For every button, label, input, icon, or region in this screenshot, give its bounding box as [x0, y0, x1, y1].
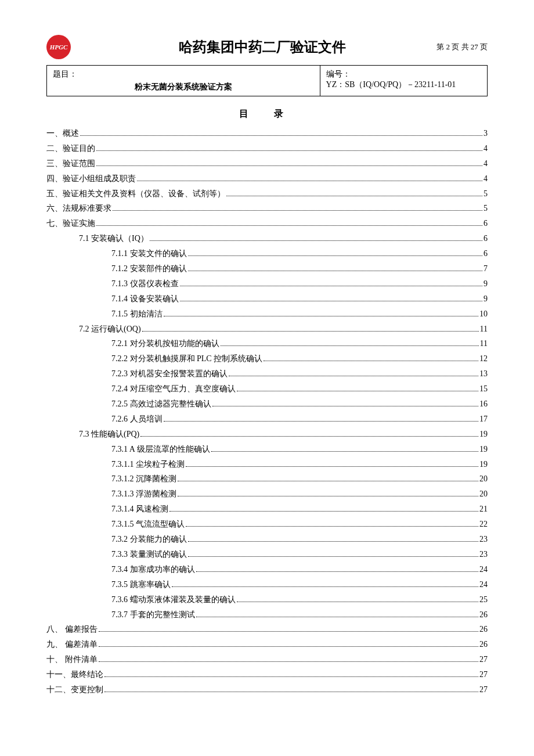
toc-entry-page: 5 [484, 201, 488, 216]
toc-entry: 7.2 运行确认(OQ)11 [46, 322, 488, 337]
toc-leader [137, 181, 482, 181]
toc-leader [169, 511, 478, 512]
toc-leader [113, 210, 482, 211]
number-label: 编号： [326, 69, 481, 80]
toc-entry: 7.3.7 手套的完整性测试26 [46, 607, 488, 622]
toc-entry-page: 23 [479, 547, 488, 562]
toc-entry-label: 八、 偏差报告 [46, 622, 98, 637]
toc-entry-page: 16 [479, 397, 488, 412]
toc-entry-label: 7.3.1.4 风速检测 [46, 502, 168, 517]
toc-entry: 7.3.5 跳塞率确认24 [46, 577, 488, 592]
toc-entry-label: 7.3.1 A 级层流罩的性能确认 [46, 442, 210, 457]
toc-entry-page: 19 [479, 457, 488, 472]
toc-entry: 7.3.1.2 沉降菌检测20 [46, 471, 488, 487]
toc-leader [99, 661, 479, 662]
toc-entry-page: 26 [479, 637, 488, 652]
toc-leader [164, 316, 479, 316]
toc-entry: 十、 附件清单27 [46, 652, 488, 667]
topic-label: 题目： [53, 69, 314, 80]
toc-entry-page: 7 [484, 261, 488, 276]
toc-entry-label: 7.3.6 蠕动泵液体灌装及装量的确认 [46, 592, 236, 607]
toc-entry-page: 10 [479, 307, 488, 322]
toc-entry-page: 26 [479, 622, 488, 637]
toc-entry-label: 7.3 性能确认(PQ) [46, 427, 139, 442]
toc-entry: 7.2.3 对机器安全报警装置的确认13 [46, 366, 488, 381]
toc-entry-page: 13 [479, 366, 488, 381]
toc-entry: 7.3.4 加塞成功率的确认24 [46, 562, 488, 577]
toc-leader [164, 421, 479, 422]
toc-entry-label: 十一、最终结论 [46, 667, 103, 682]
page-number: 第 2 页 共 27 页 [436, 42, 488, 52]
toc-leader [188, 541, 479, 542]
toc-entry: 四、验证小组组成及职责4 [46, 171, 488, 186]
toc-entry-page: 11 [480, 322, 488, 337]
toc-entry-label: 7.2.2 对分装机触摸屏和 PLC 控制系统确认 [46, 351, 262, 366]
toc-leader [186, 526, 478, 527]
toc-entry: 7.3.3 装量测试的确认23 [46, 547, 488, 562]
toc-leader [188, 556, 479, 557]
toc-entry-label: 7.1.5 初始清洁 [46, 307, 163, 322]
toc-entry-page: 5 [484, 186, 488, 201]
toc-entry: 八、 偏差报告26 [46, 622, 488, 637]
document-header: HPGC 哈药集团中药二厂验证文件 第 2 页 共 27 页 [46, 35, 488, 59]
toc-entry-label: 一、概述 [46, 126, 79, 141]
toc-entry-page: 22 [479, 517, 488, 532]
toc-entry-label: 7.3.7 手套的完整性测试 [46, 607, 195, 622]
toc-leader [99, 631, 479, 632]
toc-entry-label: 7.2.3 对机器安全报警装置的确认 [46, 366, 228, 381]
toc-leader [104, 692, 478, 692]
toc-entry: 七、验证实施6 [46, 216, 488, 231]
toc-entry-page: 19 [479, 442, 488, 457]
toc-entry-page: 4 [484, 156, 488, 171]
toc-entry-label: 7.1.3 仪器仪表检查 [46, 276, 179, 291]
toc-entry-label: 五、验证相关文件及资料（仪器、设备、试剂等） [46, 186, 225, 201]
toc-entry-label: 7.3.3 装量测试的确认 [46, 547, 187, 562]
toc-entry-page: 4 [484, 141, 488, 156]
toc-entry-label: 七、验证实施 [46, 216, 95, 231]
toc-entry-page: 20 [479, 487, 488, 502]
toc-leader [99, 646, 479, 647]
toc-entry-page: 23 [479, 532, 488, 547]
toc-entry-page: 24 [479, 562, 488, 577]
toc-leader [96, 225, 482, 226]
toc-entry-page: 27 [479, 652, 488, 667]
subject-title: 粉末无菌分装系统验证方案 [53, 80, 314, 92]
toc-entry-label: 7.2.5 高效过滤器完整性确认 [46, 397, 211, 412]
toc-leader [180, 301, 483, 301]
toc-entry-label: 四、验证小组组成及职责 [46, 171, 136, 186]
toc-leader [140, 436, 478, 437]
toc-entry-page: 19 [479, 427, 488, 442]
toc-leader [212, 406, 479, 406]
toc-entry-label: 7.3.1.2 沉降菌检测 [46, 471, 176, 487]
toc-entry: 二、验证目的4 [46, 141, 488, 156]
toc-entry-label: 7.3.1.1 尘埃粒子检测 [46, 457, 185, 472]
toc-entry-label: 7.3.1.3 浮游菌检测 [46, 487, 176, 502]
toc-entry: 7.3.1.1 尘埃粒子检测19 [46, 457, 488, 472]
toc-entry-page: 6 [484, 231, 488, 246]
toc-entry: 7.1.3 仪器仪表检查9 [46, 276, 488, 291]
toc-entry: 7.1 安装确认（IQ）6 [46, 231, 488, 246]
toc-entry: 7.3.1 A 级层流罩的性能确认19 [46, 442, 488, 457]
toc-leader [188, 255, 483, 256]
toc-entry-page: 6 [484, 246, 488, 261]
toc-entry-label: 7.3.1.5 气流流型确认 [46, 517, 185, 532]
toc-entry-label: 7.3.2 分装能力的确认 [46, 532, 187, 547]
toc-leader [104, 676, 478, 677]
toc-leader [172, 586, 479, 587]
toc-leader [178, 496, 478, 496]
toc-leader [96, 165, 482, 166]
toc-entry-label: 二、验证目的 [46, 141, 95, 156]
toc-entry: 7.1.1 安装文件的确认6 [46, 246, 488, 261]
document-title: 哈药集团中药二厂验证文件 [88, 38, 436, 56]
toc-entry-label: 7.1 安装确认（IQ） [46, 231, 149, 246]
company-logo: HPGC [46, 35, 71, 59]
toc-leader [196, 617, 479, 617]
toc-entry: 7.1.4 设备安装确认9 [46, 291, 488, 307]
toc-entry: 7.2.2 对分装机触摸屏和 PLC 控制系统确认12 [46, 351, 488, 366]
toc-entry-page: 9 [484, 276, 488, 291]
toc-leader [150, 240, 482, 241]
toc-entry: 7.3.1.5 气流流型确认22 [46, 517, 488, 532]
info-topic-cell: 题目： 粉末无菌分装系统验证方案 [47, 66, 320, 96]
toc-entry-label: 7.1.1 安装文件的确认 [46, 246, 187, 261]
toc-entry-page: 25 [479, 592, 488, 607]
